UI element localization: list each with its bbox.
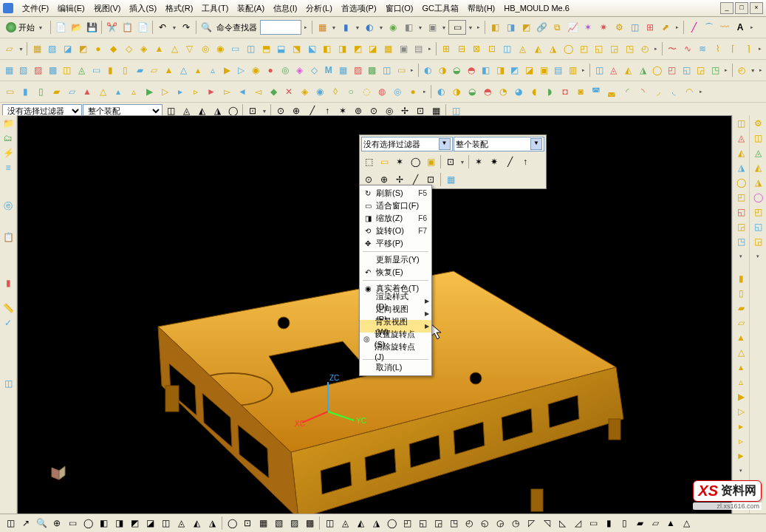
h12-icon[interactable]: ▸ [173, 84, 188, 99]
overflow-9[interactable]: ▸ [581, 64, 587, 77]
m9-icon[interactable]: ▯ [118, 63, 132, 78]
fs-face-icon[interactable]: ▣ [423, 154, 438, 169]
fs-pick-icon[interactable]: ⬚ [361, 154, 376, 169]
cut-icon[interactable]: ✂️ [104, 20, 119, 35]
ctx-pan[interactable]: ✥平移(P) [360, 237, 431, 250]
nav-layer-icon[interactable]: ≡ [1, 161, 15, 174]
sw3-icon[interactable]: ◈ [137, 41, 151, 56]
o2-icon[interactable]: ◬ [607, 63, 621, 78]
overflow-8[interactable]: ▸ [408, 64, 415, 77]
p1-icon[interactable]: ◴ [735, 63, 749, 78]
sb23-icon[interactable]: ◭ [353, 516, 368, 531]
trim-icon[interactable]: ◩ [519, 20, 533, 35]
hd3d-icon[interactable]: ◫ [1, 377, 15, 390]
r17-icon[interactable]: ▵ [734, 375, 748, 389]
menu-insert[interactable]: 插入(S) [125, 1, 161, 16]
r6-icon[interactable]: ◰ [734, 191, 748, 204]
floating-selection-toolbar[interactable]: 没有选择过滤器▼ 整个装配▼ ⬚ ▭ ✶ ◯ ▣ ⊡▼ ✶ ✷ ╱ ↑ ⊙ ⊕ … [359, 134, 547, 189]
j12-icon[interactable]: ◛ [604, 84, 619, 99]
h11-icon[interactable]: ▷ [157, 84, 172, 99]
m13-icon[interactable]: △ [177, 63, 191, 78]
text-icon[interactable]: A [733, 20, 748, 35]
ctx-rotate[interactable]: ⟲旋转(O)F7 [360, 225, 431, 237]
close-button[interactable]: × [750, 2, 763, 14]
pf5-icon[interactable]: ⬔ [290, 41, 304, 56]
j4-icon[interactable]: ◓ [480, 84, 495, 99]
pf4-icon[interactable]: ⬓ [274, 41, 289, 56]
menu-file[interactable]: 文件(F) [18, 1, 53, 16]
asm4-icon[interactable]: ⊡ [485, 41, 499, 56]
menu-format[interactable]: 格式(R) [161, 1, 197, 16]
cube-icon[interactable]: ◧ [401, 20, 416, 35]
j8-icon[interactable]: ◗ [542, 84, 557, 99]
sb3-icon[interactable]: 🔍 [34, 516, 49, 531]
pf10-icon[interactable]: ◪ [366, 41, 380, 56]
pf12-icon[interactable]: ▣ [396, 41, 411, 56]
pf8-icon[interactable]: ◨ [335, 41, 350, 56]
sb33-icon[interactable]: ◷ [508, 516, 523, 531]
ctx-zoom[interactable]: ◨缩放(Z)F6 [360, 212, 431, 225]
s4-icon[interactable]: ◭ [751, 161, 765, 174]
o5-icon[interactable]: ◯ [651, 63, 665, 78]
h1-icon[interactable]: ▭ [2, 84, 17, 99]
sb25-icon[interactable]: ◯ [384, 516, 399, 531]
h17-icon[interactable]: ◅ [250, 84, 265, 99]
sb29-icon[interactable]: ◳ [446, 516, 461, 531]
chevron-down-icon[interactable]: ▼ [530, 138, 542, 150]
r7-icon[interactable]: ◱ [734, 205, 748, 219]
m14-icon[interactable]: ▴ [191, 63, 205, 78]
asm8-icon[interactable]: ◮ [546, 41, 561, 56]
fs-circ-icon[interactable]: ◯ [408, 154, 423, 169]
save-icon[interactable]: 💾 [84, 20, 99, 35]
nav-assembly-icon[interactable]: 📁 [1, 117, 15, 130]
m6-icon[interactable]: ◬ [75, 63, 89, 78]
graph-icon[interactable]: 📈 [565, 20, 580, 35]
sb9-icon[interactable]: ◩ [127, 516, 142, 531]
sb20-icon[interactable]: ▩ [302, 516, 317, 531]
m19-icon[interactable]: ● [264, 63, 278, 78]
asm10-icon[interactable]: ◰ [576, 41, 591, 56]
ie-icon[interactable]: ⓔ [1, 200, 15, 213]
o7-icon[interactable]: ◱ [680, 63, 694, 78]
sb37-icon[interactable]: ◿ [570, 516, 585, 531]
cv4-icon[interactable]: ⌇ [711, 41, 725, 56]
sb14-icon[interactable]: ◮ [205, 516, 219, 531]
sb43-icon[interactable]: ▲ [663, 516, 678, 531]
cube2-icon[interactable]: ▣ [425, 20, 440, 35]
overflow-3[interactable]: ▸ [674, 21, 681, 34]
cmd-finder-icon[interactable]: 🔍 [199, 20, 213, 35]
subtract-icon[interactable]: ◨ [503, 20, 518, 35]
sw1-icon[interactable]: ◆ [106, 41, 121, 56]
unite-icon[interactable]: ◧ [488, 20, 502, 35]
circ-icon[interactable]: ● [91, 41, 106, 56]
sb42-icon[interactable]: ▱ [648, 516, 663, 531]
sb12-icon[interactable]: ◬ [174, 516, 188, 531]
s8-icon[interactable]: ◱ [751, 220, 765, 233]
r16-icon[interactable]: ▴ [734, 361, 748, 374]
j7-icon[interactable]: ◖ [527, 84, 541, 99]
s9-icon[interactable]: ◲ [751, 235, 765, 248]
m12-icon[interactable]: ▲ [162, 63, 176, 78]
h27-icon[interactable]: ● [406, 84, 420, 99]
m10-icon[interactable]: ▰ [133, 63, 147, 78]
m5-icon[interactable]: ◫ [61, 63, 75, 78]
ctx-refresh[interactable]: ↻刷新(S)F5 [360, 187, 431, 200]
box1-icon[interactable]: ▦ [30, 41, 44, 56]
gear-icon[interactable]: ⚙ [612, 20, 626, 35]
j10-icon[interactable]: ◙ [573, 84, 588, 99]
o1-icon[interactable]: ◫ [592, 63, 606, 78]
pf9-icon[interactable]: ◩ [350, 41, 365, 56]
s6-icon[interactable]: ◯ [751, 191, 765, 204]
h3-icon[interactable]: ▯ [33, 84, 48, 99]
fs-rect-icon[interactable]: ▭ [377, 154, 391, 169]
datum-icon[interactable]: ▱ [2, 41, 17, 56]
link-icon[interactable]: 🔗 [534, 20, 549, 35]
nav-part-icon[interactable]: 🗂 [1, 132, 15, 145]
fs-box-icon[interactable]: ⊡ [443, 154, 458, 169]
sb21-icon[interactable]: ◫ [322, 516, 337, 531]
cv5-icon[interactable]: ⌈ [726, 41, 741, 56]
h20-icon[interactable]: ◈ [297, 84, 312, 99]
overflow-7[interactable]: ▸ [756, 42, 764, 55]
sb16-icon[interactable]: ⊡ [240, 516, 255, 531]
sw6-icon[interactable]: ▽ [182, 41, 197, 56]
